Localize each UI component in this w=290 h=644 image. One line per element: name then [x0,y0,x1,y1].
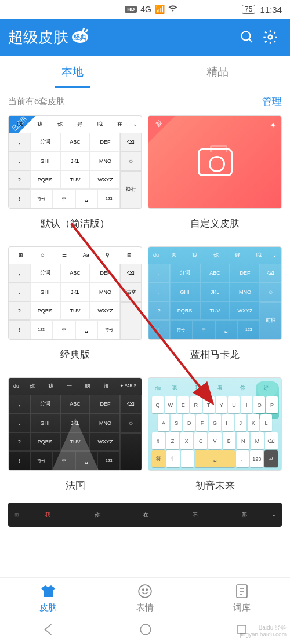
home-button[interactable] [139,623,152,638]
skin-grid: 已启用 嗯我你好哦在⌄ ,.?! 分词ABCDEF GHIJKLMNO PQRS… [0,114,290,503]
skin-card-partial[interactable]: ⊞我你在不那⌄ [8,503,282,527]
skin-card-classic[interactable]: ⊞☺☰Aa⚲⊟ ,.?! 分词ABCDEF GHIJKLMNO PQRSTUVW… [8,246,142,372]
skin-card-custom[interactable]: 新 ✦ 自定义皮肤 [148,115,282,241]
skin-title: 自定义皮肤 [148,209,282,241]
nav-dict[interactable]: 词库 [193,578,290,617]
settings-button[interactable] [259,26,282,49]
page-title: 超级皮肤 [8,27,68,48]
skin-card-default[interactable]: 已启用 嗯我你好哦在⌄ ,.?! 分词ABCDEF GHIJKLMNO PQRS… [8,115,142,241]
camera-icon [198,148,233,176]
skin-count-text: 当前有6套皮肤 [8,96,262,107]
bottom-nav: 皮肤 表情 词库 [0,577,290,617]
svg-point-4 [139,585,151,598]
skin-card-miku[interactable]: du嗯我看你好 QWERTYUIOP ASDFGHJKL ⇧ZXCVBNM⌫ 符… [148,377,282,503]
svg-point-6 [146,589,147,590]
skin-title: 法国 [8,471,142,503]
battery-indicator: 75 [242,5,255,14]
network-indicator: 4G [140,5,151,14]
sparkle-icon: ✦ [270,121,277,130]
shirt-icon [39,583,57,600]
classic-badge: 经典 [72,31,88,43]
svg-point-11 [140,624,151,635]
tab-local[interactable]: 本地 [0,56,145,88]
status-bar: HD 4G 📶 75 11:34 [0,0,290,19]
dictionary-icon [233,583,251,600]
skin-card-macaron[interactable]: du嗯我你好哦⌄ ,.?! 分词ABCDEF GHIJKLMNO PQRSTUV… [148,246,282,372]
svg-point-2 [269,35,273,39]
svg-point-0 [241,31,250,40]
watermark: Baidu 经验jingyan.baidu.com [240,624,287,638]
skin-title: 经典版 [8,340,142,372]
search-button[interactable] [235,26,259,49]
hd-indicator: HD [125,6,137,13]
manage-link[interactable]: 管理 [262,95,282,108]
nav-emoji[interactable]: 表情 [97,578,194,617]
back-button[interactable] [42,623,55,638]
subheader: 当前有6套皮肤 管理 [0,88,290,114]
skin-card-france[interactable]: du你我一嗯没✦ PARIS ,.?! 分词ABCDEF GHIJKLMNO P… [8,377,142,503]
clock: 11:34 [260,5,282,14]
wifi-icon [168,5,177,14]
app-header: 超级皮肤 经典 [0,19,290,56]
nav-skin[interactable]: 皮肤 [0,578,97,617]
skin-title: 默认（简洁版） [8,209,142,241]
smile-icon [136,583,154,600]
signal-icon: 📶 [155,5,165,14]
svg-point-5 [143,589,144,590]
tab-bar: 本地 精品 [0,56,290,88]
tab-premium[interactable]: 精品 [145,56,290,88]
skin-title: 蓝柑马卡龙 [148,340,282,372]
skin-title: 初音未来 [148,471,282,503]
svg-line-1 [249,39,252,42]
new-badge: 新 [148,116,175,143]
